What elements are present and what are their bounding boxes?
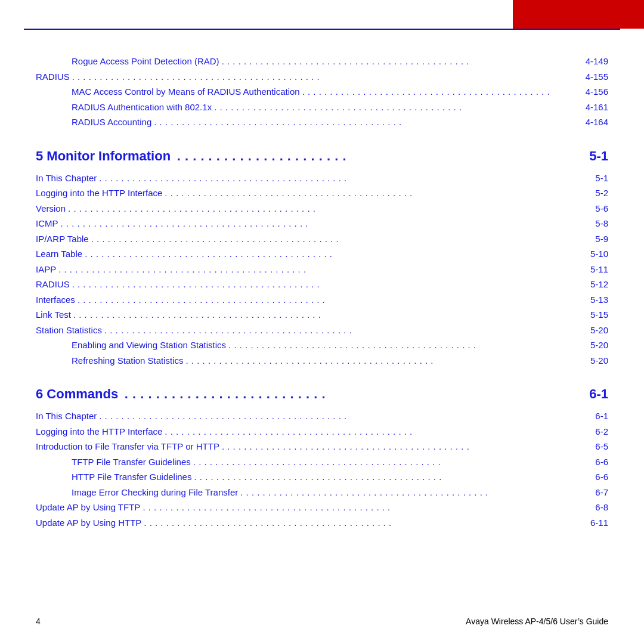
toc-entry: Update AP by Using HTTP . . . . . . . . …: [36, 515, 608, 531]
toc-entry-label: TFTP File Transfer Guidelines: [72, 454, 191, 470]
toc-entry: RADIUS Authentication with 802.1x . . . …: [36, 100, 608, 115]
toc-entry: ICMP . . . . . . . . . . . . . . . . . .…: [36, 216, 608, 231]
toc-entry: MAC Access Control by Means of RADIUS Au…: [36, 84, 608, 100]
footer-title: Avaya Wireless AP-4/5/6 User’s Guide: [466, 617, 608, 626]
toc-entry: RADIUS . . . . . . . . . . . . . . . . .…: [36, 69, 608, 85]
toc-entry: IAPP . . . . . . . . . . . . . . . . . .…: [36, 262, 608, 277]
toc-entry-label: RADIUS Authentication with 802.1x: [72, 100, 212, 115]
footer: 4 Avaya Wireless AP-4/5/6 User’s Guide: [36, 617, 608, 626]
toc-entry-label: RADIUS: [36, 277, 70, 292]
toc-entry: Introduction to File Transfer via TFTP o…: [36, 439, 608, 454]
toc-entry: Link Test . . . . . . . . . . . . . . . …: [36, 307, 608, 323]
toc-entry-page: 5-12: [578, 277, 608, 292]
toc-entry: Interfaces . . . . . . . . . . . . . . .…: [36, 292, 608, 308]
toc-entry: Logging into the HTTP Interface . . . . …: [36, 185, 608, 201]
toc-entry-label: Introduction to File Transfer via TFTP o…: [36, 439, 219, 454]
toc-entry: Version . . . . . . . . . . . . . . . . …: [36, 201, 608, 216]
toc-entry-dots: . . . . . . . . . . . . . . . . . . . . …: [104, 323, 576, 338]
toc-entry-dots: . . . . . . . . . . . . . . . . . . . . …: [91, 231, 576, 247]
chapter4-tail: Rogue Access Point Detection (RAD) . . .…: [36, 54, 608, 130]
toc-entry-page: 5-20: [578, 323, 608, 338]
toc-entry-dots: . . . . . . . . . . . . . . . . . . . . …: [72, 277, 576, 292]
toc-entry-page: 5-9: [578, 231, 608, 247]
toc-entry-page: 5-8: [578, 216, 608, 231]
toc-entry-label: Enabling and Viewing Station Statistics: [72, 338, 226, 353]
toc-entry-label: Rogue Access Point Detection (RAD): [72, 54, 219, 69]
chapter5-page: 5-1: [578, 143, 608, 169]
toc-entry-dots: . . . . . . . . . . . . . . . . . . . . …: [99, 408, 576, 424]
toc-entry: Rogue Access Point Detection (RAD) . . .…: [36, 54, 608, 69]
toc-entry-dots: . . . . . . . . . . . . . . . . . . . . …: [73, 307, 576, 323]
toc-entry: In This Chapter . . . . . . . . . . . . …: [36, 171, 608, 186]
toc-entry-label: RADIUS Accounting: [72, 114, 151, 130]
toc-entry-label: IAPP: [36, 262, 56, 277]
chapter6-dots: . . . . . . . . . . . . . . . . . . . . …: [120, 381, 576, 407]
toc-entry: Station Statistics . . . . . . . . . . .…: [36, 323, 608, 338]
chapter6-heading: 6 Commands . . . . . . . . . . . . . . .…: [36, 381, 608, 407]
toc-entry-dots: . . . . . . . . . . . . . . . . . . . . …: [78, 292, 576, 308]
chapter6-entries: In This Chapter . . . . . . . . . . . . …: [36, 408, 608, 530]
toc-entry-dots: . . . . . . . . . . . . . . . . . . . . …: [302, 84, 576, 100]
toc-entry-dots: . . . . . . . . . . . . . . . . . . . . …: [61, 216, 577, 231]
chapter5-heading: 5 Monitor Information . . . . . . . . . …: [36, 143, 608, 169]
toc-entry-page: 6-7: [578, 485, 608, 500]
toc-entry-dots: . . . . . . . . . . . . . . . . . . . . …: [193, 454, 576, 470]
toc-entry-page: 6-5: [578, 439, 608, 454]
toc-entry: Logging into the HTTP Interface . . . . …: [36, 424, 608, 439]
toc-entry-page: 5-13: [578, 292, 608, 308]
chapter5-dots: . . . . . . . . . . . . . . . . . . . . …: [173, 143, 576, 169]
toc-entry: Refreshing Station Statistics . . . . . …: [36, 353, 608, 369]
toc-entry-dots: . . . . . . . . . . . . . . . . . . . . …: [72, 69, 576, 85]
toc-entry: Update AP by Using TFTP . . . . . . . . …: [36, 500, 608, 515]
toc-entry-label: Link Test: [36, 307, 71, 323]
toc-entry-label: Update AP by Using TFTP: [36, 500, 140, 515]
toc-entry-label: Update AP by Using HTTP: [36, 515, 141, 531]
chapter6-label: 6 Commands: [36, 381, 118, 407]
toc-entry-label: Learn Table: [36, 246, 82, 262]
toc-entry: TFTP File Transfer Guidelines . . . . . …: [36, 454, 608, 470]
chapter6-page: 6-1: [578, 381, 608, 407]
toc-entry: Enabling and Viewing Station Statistics …: [36, 338, 608, 353]
toc-entry-label: In This Chapter: [36, 408, 97, 424]
toc-entry: Learn Table . . . . . . . . . . . . . . …: [36, 246, 608, 262]
toc-entry-dots: . . . . . . . . . . . . . . . . . . . . …: [85, 246, 576, 262]
top-line-divider: [24, 29, 620, 30]
toc-entry-page: 5-15: [578, 307, 608, 323]
toc-entry-label: Station Statistics: [36, 323, 102, 338]
toc-content: Rogue Access Point Detection (RAD) . . .…: [36, 54, 608, 530]
toc-entry-dots: . . . . . . . . . . . . . . . . . . . . …: [144, 515, 576, 531]
toc-entry-dots: . . . . . . . . . . . . . . . . . . . . …: [68, 201, 576, 216]
toc-entry-page: 6-1: [578, 408, 608, 424]
toc-entry-label: IP/ARP Table: [36, 231, 89, 247]
toc-entry: RADIUS Accounting . . . . . . . . . . . …: [36, 114, 608, 130]
toc-entry-page: 4-156: [578, 84, 608, 100]
toc-entry-dots: . . . . . . . . . . . . . . . . . . . . …: [58, 262, 576, 277]
toc-entry-label: Image Error Checking during File Transfe…: [72, 485, 238, 500]
toc-entry-dots: . . . . . . . . . . . . . . . . . . . . …: [165, 185, 576, 201]
toc-entry-dots: . . . . . . . . . . . . . . . . . . . . …: [222, 439, 576, 454]
toc-entry-dots: . . . . . . . . . . . . . . . . . . . . …: [240, 485, 576, 500]
toc-entry-dots: . . . . . . . . . . . . . . . . . . . . …: [228, 338, 576, 353]
toc-entry-page: 5-20: [578, 353, 608, 369]
toc-entry-page: 4-155: [578, 69, 608, 85]
toc-entry-page: 4-161: [578, 100, 608, 115]
toc-entry-dots: . . . . . . . . . . . . . . . . . . . . …: [154, 114, 576, 130]
toc-entry-dots: . . . . . . . . . . . . . . . . . . . . …: [99, 171, 576, 186]
toc-entry-label: HTTP File Transfer Guidelines: [72, 469, 191, 485]
top-bar-decoration: [513, 0, 644, 29]
toc-entry-label: Interfaces: [36, 292, 75, 308]
toc-entry-dots: . . . . . . . . . . . . . . . . . . . . …: [214, 100, 576, 115]
toc-entry-page: 5-10: [578, 246, 608, 262]
toc-entry-label: In This Chapter: [36, 171, 97, 186]
toc-entry-dots: . . . . . . . . . . . . . . . . . . . . …: [143, 500, 576, 515]
toc-entry-page: 4-164: [578, 114, 608, 130]
toc-entry-page: 5-11: [578, 262, 608, 277]
chapter5-entries: In This Chapter . . . . . . . . . . . . …: [36, 171, 608, 369]
toc-entry-dots: . . . . . . . . . . . . . . . . . . . . …: [194, 469, 576, 485]
toc-entry: IP/ARP Table . . . . . . . . . . . . . .…: [36, 231, 608, 247]
chapter5-label: 5 Monitor Information: [36, 143, 171, 169]
toc-entry-dots: . . . . . . . . . . . . . . . . . . . . …: [186, 353, 576, 369]
toc-entry-label: RADIUS: [36, 69, 70, 85]
toc-entry-page: 6-2: [578, 424, 608, 439]
toc-entry: Image Error Checking during File Transfe…: [36, 485, 608, 500]
